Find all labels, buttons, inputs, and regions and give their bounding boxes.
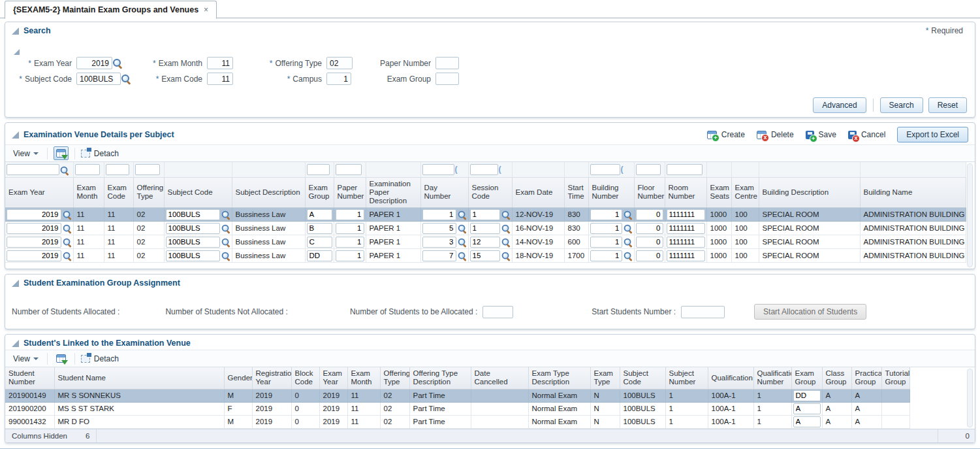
column-header[interactable]: Tutorial Group xyxy=(881,367,909,389)
column-header[interactable]: Subject Code xyxy=(620,367,665,389)
start-students-number-input[interactable] xyxy=(681,306,725,318)
column-header[interactable]: Exam Month xyxy=(73,177,104,208)
students-scrollbar[interactable] xyxy=(967,369,973,427)
column-header[interactable]: Day Number xyxy=(420,177,468,208)
filter-room-number-input[interactable] xyxy=(667,164,703,175)
column-header[interactable]: Exam Centre xyxy=(731,177,759,208)
subject-code-cell-input[interactable] xyxy=(166,250,220,261)
room-number-cell-input[interactable] xyxy=(667,250,705,261)
session-code-cell-input[interactable] xyxy=(470,223,500,234)
column-header[interactable]: Exam Date xyxy=(512,177,564,208)
lov-magnifier-icon[interactable] xyxy=(457,210,466,219)
save-button[interactable]: Save xyxy=(806,130,836,139)
exam-year-cell-input[interactable] xyxy=(7,223,61,234)
students-detach-button[interactable]: Detach xyxy=(81,354,119,363)
subject-code-input[interactable] xyxy=(76,73,121,85)
lov-magnifier-icon[interactable] xyxy=(457,237,466,246)
column-header[interactable]: Student Name xyxy=(54,367,224,389)
venue-view-menu[interactable]: View xyxy=(10,148,41,159)
column-header[interactable]: Offering Type xyxy=(133,177,164,208)
building-number-cell-input[interactable] xyxy=(590,223,622,234)
lov-magnifier-icon[interactable] xyxy=(62,224,71,233)
filter-exam-code-input[interactable] xyxy=(106,164,129,175)
filter-exam-year-input[interactable] xyxy=(7,164,59,175)
exam-group-input[interactable] xyxy=(435,73,459,85)
lov-crescent-icon[interactable]: ( xyxy=(621,165,624,174)
room-number-cell-input[interactable] xyxy=(667,237,705,248)
column-header[interactable]: Exam Group xyxy=(305,177,334,208)
floor-number-cell-input[interactable] xyxy=(636,223,663,234)
column-header[interactable]: Building Name xyxy=(860,177,966,208)
filter-offering-type-input[interactable] xyxy=(135,164,160,175)
column-header[interactable]: Block Code xyxy=(291,367,319,389)
export-to-excel-button[interactable]: Export to Excel xyxy=(897,127,968,142)
lov-magnifier-icon[interactable] xyxy=(457,251,466,260)
subject-code-lov-icon[interactable] xyxy=(121,74,131,84)
venue-collapse-icon[interactable] xyxy=(12,131,19,139)
students-filter-toggle-button[interactable] xyxy=(54,352,69,365)
filter-day-number-input[interactable] xyxy=(422,164,454,175)
exam-year-cell-input[interactable] xyxy=(7,237,61,248)
exam-group-cell-input[interactable] xyxy=(793,403,821,414)
column-header[interactable]: Qualification xyxy=(708,367,753,389)
lov-magnifier-icon[interactable] xyxy=(501,224,510,233)
students-collapse-icon[interactable] xyxy=(12,340,19,347)
exam-year-cell-input[interactable] xyxy=(7,209,61,220)
column-header[interactable]: Practical Group xyxy=(851,367,881,389)
column-header[interactable]: Subject Number xyxy=(665,367,708,389)
lov-magnifier-icon[interactable] xyxy=(501,210,510,219)
session-code-cell-input[interactable] xyxy=(470,209,500,220)
day-number-cell-input[interactable] xyxy=(422,250,456,261)
column-header[interactable]: Student Number xyxy=(5,367,54,389)
lov-magnifier-icon[interactable] xyxy=(221,251,230,260)
column-header[interactable]: Exam Code xyxy=(104,177,133,208)
column-header[interactable]: Exam Month xyxy=(347,367,380,389)
lov-magnifier-icon[interactable] xyxy=(221,224,230,233)
column-header[interactable]: Exam Seats xyxy=(706,177,731,208)
session-code-cell-input[interactable] xyxy=(470,237,500,248)
filter-floor-number-input[interactable] xyxy=(636,164,661,175)
exam-month-input[interactable] xyxy=(207,57,233,69)
filter-exam-month-input[interactable] xyxy=(75,164,100,175)
paper-number-cell-input[interactable] xyxy=(336,209,364,220)
lov-magnifier-icon[interactable] xyxy=(501,251,510,260)
filter-paper-number-input[interactable] xyxy=(336,164,362,175)
tab-close-icon[interactable]: × xyxy=(204,5,208,14)
venue-table-row[interactable]: 11 11 02 Bussiness Law PAPER 1 18-NOV-19… xyxy=(5,249,966,263)
lov-magnifier-icon[interactable] xyxy=(623,210,632,219)
student-table-row[interactable]: 990001432 MR D FO M 2019 0 2019 11 02 Pa… xyxy=(5,415,909,428)
floor-number-cell-input[interactable] xyxy=(636,250,663,261)
exam-year-cell-input[interactable] xyxy=(7,250,61,261)
lov-magnifier-icon[interactable] xyxy=(623,237,632,246)
column-header[interactable]: Session Code xyxy=(468,177,512,208)
venue-table-row[interactable]: 11 11 02 Bussiness Law PAPER 1 16-NOV-19… xyxy=(5,222,966,235)
column-header[interactable]: Start Time xyxy=(564,177,588,208)
column-header[interactable]: Gender xyxy=(224,367,252,389)
column-header[interactable]: Exam Type xyxy=(590,367,620,389)
subject-code-cell-input[interactable] xyxy=(166,237,220,248)
exam-group-cell-input[interactable] xyxy=(793,390,821,401)
room-number-cell-input[interactable] xyxy=(667,223,705,234)
venue-scrollbar[interactable] xyxy=(967,163,973,267)
students-view-menu[interactable]: View xyxy=(10,353,41,365)
exam-code-input[interactable] xyxy=(207,73,233,85)
lov-magnifier-icon[interactable] xyxy=(221,210,230,219)
filter-exam-group-input[interactable] xyxy=(307,164,330,175)
column-header[interactable]: Exam Year xyxy=(319,367,347,389)
cancel-button[interactable]: Cancel xyxy=(848,130,885,139)
exam-group-cell-input[interactable] xyxy=(793,416,821,427)
students-to-be-allocated-input[interactable] xyxy=(482,306,513,318)
session-code-cell-input[interactable] xyxy=(470,250,500,261)
filter-building-number-input[interactable] xyxy=(590,164,620,175)
exam-year-input[interactable] xyxy=(76,57,112,69)
lov-magnifier-icon[interactable] xyxy=(221,237,230,246)
column-header[interactable]: Offering Type xyxy=(380,367,409,389)
column-header[interactable]: Subject Code xyxy=(164,177,232,208)
column-header[interactable]: Registration Year xyxy=(252,367,291,389)
search-button[interactable]: Search xyxy=(880,97,923,113)
campus-input[interactable] xyxy=(326,73,351,85)
paper-number-cell-input[interactable] xyxy=(336,223,364,234)
filter-session-code-input[interactable] xyxy=(470,164,498,175)
venue-table-row[interactable]: 11 11 02 Bussiness Law PAPER 1 12-NOV-19… xyxy=(5,208,966,222)
column-header[interactable]: Date Cancelled xyxy=(471,367,528,389)
